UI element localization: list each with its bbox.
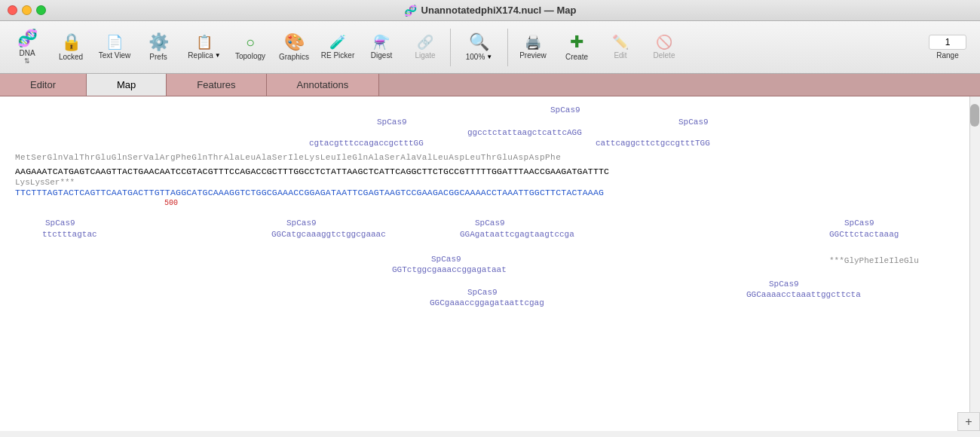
main-content: SpCas9 SpCas9 ggcctctattaagctcattcAGG Sp… — [0, 96, 980, 431]
spcas9-label-bot-7: SpCas9 — [769, 280, 799, 289]
range-control: Range — [929, 35, 966, 60]
graphics-tool[interactable]: 🎨 Graphics — [273, 25, 315, 70]
lock-icon: 🔒 — [61, 34, 81, 50]
sequence-line-2: TTCTTTAGTACTCAGTTCAATGACTTGTTAGGCATGCAAA… — [15, 187, 604, 199]
dna-arrows: ⇅ — [24, 57, 30, 65]
tab-map[interactable]: Map — [87, 74, 167, 96]
create-tool[interactable]: ✚ Create — [556, 25, 598, 70]
toolbar-separator-2 — [507, 29, 508, 66]
create-icon: ✚ — [570, 34, 583, 50]
ligate-icon: 🔗 — [417, 35, 433, 49]
amino-acid-line-1: MetSerGlnValThrGluGlnSerValArgPheGlnThrA… — [15, 153, 561, 162]
spcas9-seq-bot-5: GGTctggcgaaaccggagataat — [392, 265, 507, 274]
spcas9-label-bot-4: SpCas9 — [844, 218, 874, 228]
digest-label: Digest — [371, 51, 392, 60]
title-bar: 🧬 UnannotatedphiX174.nucl — Map — [0, 0, 980, 21]
text-view-label: Text View — [99, 51, 131, 60]
delete-icon: 🚫 — [656, 35, 672, 49]
edit-icon: ✏️ — [612, 35, 629, 49]
topology-icon: ○ — [246, 35, 255, 50]
spcas9-seq-bot-3: GGAgataattcgagtaagtccga — [460, 230, 574, 239]
re-picker-icon: 🧪 — [329, 35, 346, 49]
spcas9-seq-bot-4: GGCttctactaaag — [829, 230, 899, 239]
digest-tool[interactable]: ⚗️ Digest — [360, 25, 403, 70]
spcas9-label-bot-2: SpCas9 — [286, 218, 317, 228]
spcas9-seq-3: cattcaggcttctgccgtttTGG — [596, 139, 710, 148]
tab-editor[interactable]: Editor — [0, 74, 87, 96]
amino-acid-suffix: ***GlyPheIleIleGlu — [829, 256, 919, 265]
tab-features[interactable]: Features — [167, 74, 266, 96]
zoom-icon: 🔍 — [469, 34, 489, 50]
sequence-area: SpCas9 SpCas9 ggcctctattaagctcattcAGG Sp… — [0, 96, 969, 431]
position-500: 500 — [164, 199, 178, 207]
tab-bar: Editor Map Features Annotations — [0, 74, 980, 96]
scrollbar-thumb[interactable] — [970, 104, 979, 127]
preview-tool[interactable]: 🖨️ Preview — [512, 25, 554, 70]
delete-tool: 🚫 Delete — [643, 25, 685, 70]
spcas9-label-2: SpCas9 — [377, 118, 407, 127]
range-input[interactable] — [929, 35, 966, 50]
toolbar-separator-1 — [450, 29, 451, 66]
spcas9-label-bot-3: SpCas9 — [475, 218, 505, 228]
amino-acid-prefix: LysLysSer*** — [15, 178, 75, 187]
topology-label: Topology — [235, 52, 265, 60]
close-button[interactable] — [8, 5, 17, 15]
prefs-icon: ⚙️ — [149, 34, 169, 50]
minimize-button[interactable] — [22, 5, 32, 15]
text-view-icon: 📄 — [106, 35, 123, 49]
zoom-label: 100% — [466, 53, 485, 61]
replica-tool[interactable]: 📋 Replica ▼ — [181, 25, 228, 70]
spcas9-seq-bot-2: GGCatgcaaaggtctggcgaaac — [271, 230, 386, 239]
zoom-tool[interactable]: 🔍 100% ▼ — [455, 25, 504, 70]
range-label: Range — [936, 51, 958, 60]
preview-icon: 🖨️ — [525, 35, 541, 49]
locked-tool[interactable]: 🔒 Locked — [50, 25, 92, 70]
create-label: Create — [565, 53, 588, 61]
dna-icon: 🧬 — [17, 30, 38, 47]
graphics-icon: 🎨 — [284, 34, 305, 50]
re-picker-tool[interactable]: 🧪 RE Picker — [317, 25, 359, 70]
edit-tool: ✏️ Edit — [599, 25, 642, 70]
spcas9-seq-2: cgtacgtttccagaccgctttGG — [309, 139, 424, 148]
replica-dropdown-icon: ▼ — [215, 52, 221, 59]
digest-icon: ⚗️ — [373, 35, 390, 49]
replica-label: Replica — [188, 51, 213, 60]
toolbar: 🧬 DNA ⇅ 🔒 Locked 📄 Text View ⚙️ Prefs 📋 … — [0, 21, 980, 74]
dna-tool[interactable]: 🧬 DNA ⇅ — [6, 25, 48, 70]
graphics-label: Graphics — [279, 53, 309, 61]
zoom-dropdown-icon: ▼ — [486, 53, 492, 60]
spcas9-label-bot-6: SpCas9 — [467, 288, 498, 297]
locked-label: Locked — [59, 53, 83, 61]
preview-label: Preview — [519, 51, 547, 60]
sequence-line-1: AAGAAATCATGAGTCAAGTTACTGAACAATCCGTACGTTT… — [15, 166, 609, 178]
spcas9-seq-bot-6: GGCgaaaccggagataattcgag — [430, 298, 544, 307]
spcas9-label-3: SpCas9 — [678, 118, 709, 127]
tab-annotations[interactable]: Annotations — [267, 74, 380, 96]
replica-icon: 📋 — [196, 35, 213, 49]
text-view-tool[interactable]: 📄 Text View — [93, 25, 136, 70]
window-controls[interactable] — [8, 5, 46, 15]
prefs-tool[interactable]: ⚙️ Prefs — [137, 25, 179, 70]
ligate-tool: 🔗 Ligate — [404, 25, 446, 70]
window-title: 🧬 UnannotatedphiX174.nucl — Map — [404, 5, 577, 17]
edit-label: Edit — [614, 51, 626, 60]
prefs-label: Prefs — [149, 53, 167, 61]
scrollbar-track[interactable] — [969, 96, 980, 431]
ligate-label: Ligate — [415, 51, 435, 60]
dna-icon: 🧬 — [404, 5, 417, 17]
spcas9-label-bot-1: SpCas9 — [45, 218, 75, 228]
spcas9-label-1: SpCas9 — [550, 105, 580, 115]
spcas9-seq-bot-1: ttctttagtac — [42, 230, 97, 239]
spcas9-seq-bot-7: GGCaaaacctaaattggcttcta — [746, 290, 861, 299]
re-picker-label: RE Picker — [321, 51, 354, 60]
delete-label: Delete — [654, 51, 675, 60]
maximize-button[interactable] — [36, 5, 46, 15]
spcas9-label-bot-5: SpCas9 — [431, 255, 461, 264]
add-icon: + — [965, 415, 972, 429]
dna-label: DNA — [19, 49, 35, 57]
add-button[interactable]: + — [957, 412, 980, 431]
topology-tool[interactable]: ○ Topology — [229, 25, 271, 70]
spcas9-seq-1: ggcctctattaagctcattcAGG — [467, 128, 582, 137]
